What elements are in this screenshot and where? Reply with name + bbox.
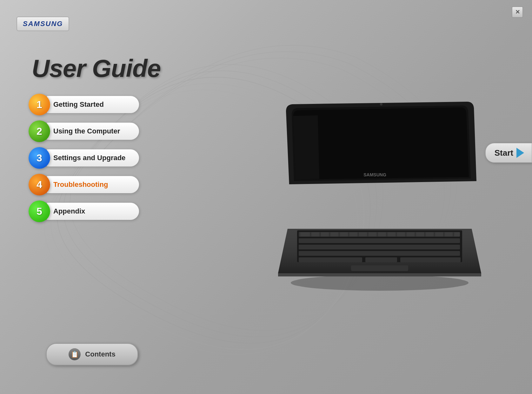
page-title: User Guide [32,54,161,83]
menu-circle-5: 5 [29,200,50,222]
menu-item-using-computer[interactable]: 2 Using the Computer [29,120,139,142]
menu-pill-4: Troubleshooting [47,176,139,193]
brand-name: SAMSUNG [23,20,63,28]
menu-item-troubleshooting[interactable]: 4 Troubleshooting [29,174,139,195]
svg-point-0 [291,275,469,291]
menu-label-getting-started: Getting Started [53,100,104,108]
svg-rect-26 [351,265,408,271]
menu-label-using-computer: Using the Computer [53,127,120,135]
svg-rect-4 [299,245,460,249]
contents-button[interactable]: 📋 Contents [46,343,138,365]
svg-rect-9 [300,232,310,236]
menu-item-getting-started[interactable]: 1 Getting Started [29,94,139,115]
svg-rect-3 [299,238,460,243]
menu-container: 1 Getting Started 2 Using the Computer 3… [29,94,139,222]
svg-rect-8 [400,257,461,262]
svg-rect-25 [454,232,460,236]
menu-circle-1: 1 [29,94,50,115]
contents-icon-glyph: 📋 [71,350,79,358]
menu-circle-2: 2 [29,120,50,142]
menu-item-settings[interactable]: 3 Settings and Upgrade [29,147,139,169]
svg-rect-7 [365,257,397,262]
menu-label-troubleshooting: Troubleshooting [53,180,108,188]
svg-rect-19 [397,232,405,236]
menu-label-appendix: Appendix [53,207,85,215]
svg-rect-22 [426,232,434,236]
close-button[interactable]: ✕ [512,6,523,18]
svg-rect-15 [359,232,367,236]
menu-label-settings: Settings and Upgrade [53,154,125,162]
svg-rect-23 [435,232,443,236]
svg-rect-17 [378,232,386,236]
samsung-logo: SAMSUNG [17,17,69,31]
menu-circle-3: 3 [29,147,50,169]
menu-pill-5: Appendix [47,203,139,220]
menu-pill-3: Settings and Upgrade [47,149,139,166]
menu-circle-4: 4 [29,174,50,195]
svg-rect-6 [299,257,362,262]
start-label: Start [495,148,513,158]
svg-rect-10 [311,232,319,236]
laptop-image: SAMSUNG [272,102,488,292]
start-button[interactable]: Start [485,143,532,163]
svg-point-27 [380,103,382,105]
svg-rect-11 [321,232,329,236]
svg-rect-12 [330,232,338,236]
svg-rect-18 [388,232,396,236]
contents-label: Contents [85,350,115,358]
menu-pill-1: Getting Started [47,96,139,113]
menu-item-appendix[interactable]: 5 Appendix [29,200,139,222]
svg-rect-16 [369,232,376,236]
svg-rect-14 [349,232,357,236]
menu-pill-2: Using the Computer [47,123,139,140]
svg-rect-21 [416,232,424,236]
start-arrow-icon [516,148,524,158]
svg-rect-13 [340,232,348,236]
svg-rect-24 [445,232,453,236]
svg-rect-20 [407,232,415,236]
laptop-svg: SAMSUNG [272,102,488,292]
svg-rect-5 [299,251,460,256]
close-icon: ✕ [515,9,520,16]
contents-icon: 📋 [69,348,81,360]
svg-text:SAMSUNG: SAMSUNG [363,172,386,177]
